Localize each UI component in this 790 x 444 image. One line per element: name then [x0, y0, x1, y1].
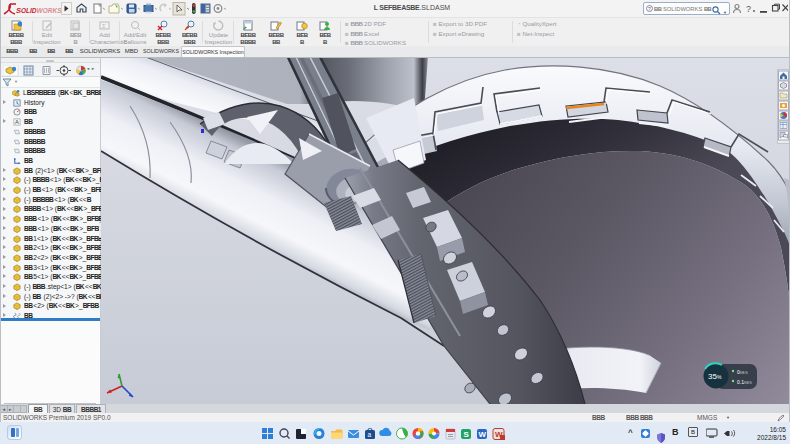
- svg-text:A: A: [15, 119, 19, 125]
- svg-text:W: W: [479, 430, 487, 439]
- svg-text:SOLIDWORKS: SOLIDWORKS: [16, 6, 62, 15]
- svg-text:35%: 35%: [708, 372, 722, 381]
- svg-text:Σ: Σ: [102, 23, 106, 29]
- svg-text:?: ?: [746, 4, 751, 14]
- svg-text:a: a: [368, 431, 372, 438]
- svg-text:S: S: [464, 430, 470, 439]
